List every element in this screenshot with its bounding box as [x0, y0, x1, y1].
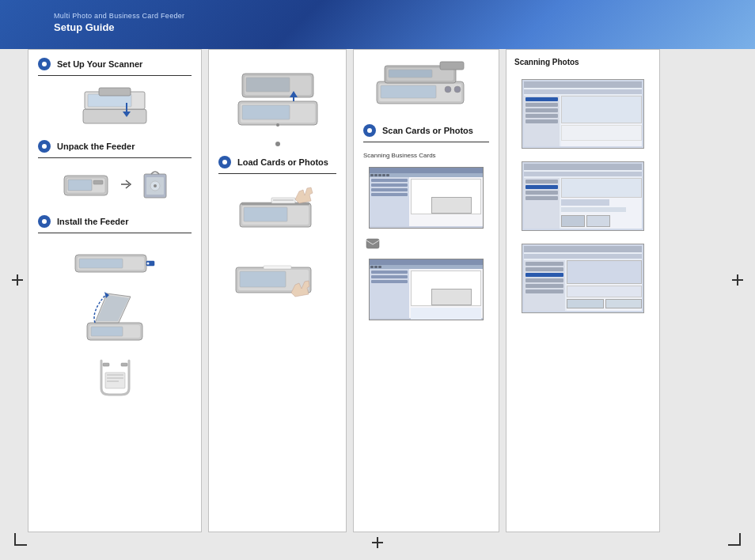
thumb2-item3	[525, 191, 558, 195]
svg-rect-28	[107, 380, 119, 382]
install-bracket	[28, 354, 201, 401]
thumb1-item5	[525, 119, 558, 123]
svg-rect-57	[366, 239, 379, 248]
svg-rect-16	[79, 259, 123, 268]
svg-rect-0	[83, 109, 146, 123]
thumb1-toolbar	[524, 89, 642, 94]
install-circle-icon	[38, 215, 51, 228]
svg-rect-40	[244, 207, 287, 221]
thumb2-item2	[525, 185, 558, 189]
svg-point-56	[454, 86, 461, 93]
thumb3-menubar	[524, 246, 642, 252]
photos-thumb1-inner	[524, 81, 642, 146]
install-divider	[38, 233, 192, 233]
svg-rect-53	[389, 70, 432, 78]
scan-scanner-svg	[369, 58, 484, 113]
svg-rect-23	[103, 363, 109, 366]
ss2-left	[370, 269, 409, 318]
thumb3-item2	[525, 267, 563, 271]
thumb3-body	[524, 260, 642, 311]
ss2-right	[409, 269, 483, 318]
header-text: Multi Photo and Business Card Feeder Set…	[54, 12, 184, 33]
ss1-tool4	[382, 174, 385, 176]
photos-screenshot-1	[506, 73, 659, 155]
main-content: Set Up Your Scanner	[28, 49, 727, 532]
load-hand-2	[209, 242, 346, 305]
panel-photos: Scanning Photos	[506, 49, 660, 532]
email-icon	[366, 238, 380, 249]
load-divider	[218, 173, 336, 174]
panel-setup-inner: Set Up Your Scanner	[28, 50, 201, 532]
thumb2-main	[561, 178, 642, 229]
scan-title: Scan Cards or Photos	[382, 126, 473, 135]
svg-rect-34	[246, 78, 290, 92]
panel-scan-inner: Scan Cards or Photos Scanning Business C…	[354, 50, 499, 532]
scan-divider	[363, 142, 489, 142]
svg-point-37	[276, 123, 279, 127]
svg-rect-50	[381, 85, 436, 98]
ss1-item2	[371, 184, 408, 187]
ss2-body	[370, 269, 483, 318]
load-feeder-svg	[226, 58, 329, 137]
thumb3-items	[524, 260, 565, 297]
ss1-item4	[371, 193, 408, 196]
scan-subsection-label: Scanning Business Cards	[354, 149, 499, 161]
svg-rect-24	[121, 363, 127, 366]
panel-load-inner: Load Cards or Photos	[209, 50, 346, 532]
svg-rect-26	[107, 374, 123, 376]
corner-mark-bl	[14, 533, 27, 546]
section-unpack-header: Unpack the Feeder	[28, 132, 201, 157]
load-hand-1	[209, 180, 346, 242]
thumb3-item1	[525, 262, 563, 266]
cd-bag-svg	[140, 168, 170, 201]
thumb2-toolbar	[524, 172, 642, 176]
thumb2-sidebar	[524, 178, 560, 229]
panel-load: Load Cards or Photos	[208, 49, 347, 532]
svg-rect-21	[91, 327, 123, 336]
unpack-circle-icon	[38, 140, 51, 153]
ss1-left	[370, 177, 409, 226]
thumb1-sidebar	[524, 96, 560, 146]
section-setup-header: Set Up Your Scanner	[28, 50, 201, 75]
install-bracket-svg	[85, 357, 145, 398]
photos-screenshot-3	[506, 237, 659, 320]
ss2-img-area	[411, 271, 481, 306]
svg-rect-3	[99, 88, 131, 96]
scanner-top-illustration	[28, 82, 201, 132]
thumb3-item6	[525, 289, 563, 293]
panel-setup: Set Up Your Scanner	[28, 49, 202, 532]
panel-photos-inner: Scanning Photos	[506, 50, 659, 532]
cross-mark-left	[12, 274, 23, 286]
thumb2-menubar	[524, 164, 642, 170]
ss2-tool1	[370, 266, 374, 268]
corner-mark-br	[728, 533, 741, 546]
ss1-right	[409, 177, 483, 226]
ss2-card-thumb	[431, 289, 472, 306]
load-top-illustration	[209, 50, 346, 140]
thumb3-sidebar	[524, 260, 565, 311]
ss1-tool5	[386, 174, 389, 176]
ss2-item1	[371, 271, 408, 274]
scan-circle-icon	[363, 124, 376, 137]
header-subtitle: Multi Photo and Business Card Feeder	[54, 12, 184, 20]
ss2-item2	[371, 275, 408, 278]
install-open-svg	[79, 287, 150, 350]
setup-divider	[38, 75, 192, 76]
photos-thumb3-inner	[524, 246, 642, 311]
ss1-body	[370, 177, 483, 226]
panel4-title: Scanning Photos	[506, 50, 659, 73]
scan-screenshot-2	[354, 252, 499, 327]
thumb3-toolbar	[524, 254, 642, 259]
svg-rect-2	[88, 94, 131, 107]
svg-point-13	[154, 184, 157, 187]
thumb1-item1	[525, 97, 558, 101]
install-scanner-open	[28, 284, 201, 354]
load-circle-icon	[218, 156, 231, 168]
section-install-header: Install the Feeder	[28, 207, 201, 233]
setup-circle-icon	[38, 58, 51, 70]
thumb2-body	[524, 178, 642, 229]
ss1-card-thumb	[431, 197, 472, 214]
svg-point-18	[147, 263, 150, 265]
ss2-tool2	[374, 266, 378, 268]
svg-rect-31	[242, 105, 290, 119]
